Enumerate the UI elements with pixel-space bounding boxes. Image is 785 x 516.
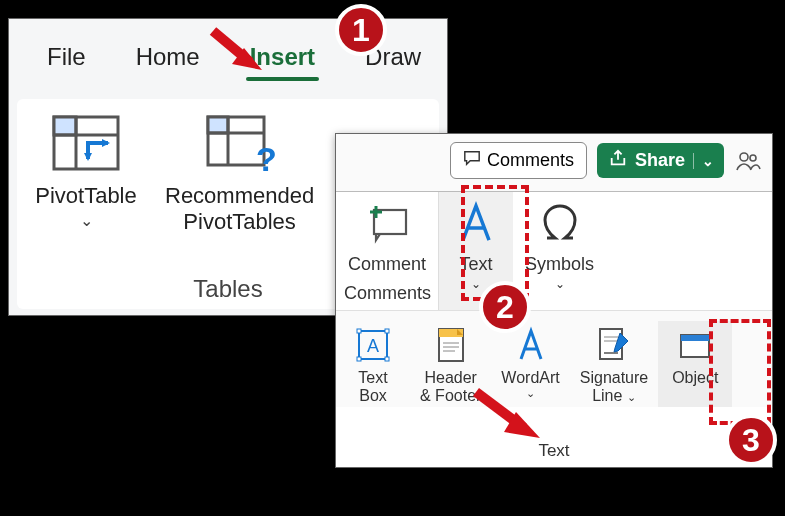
svg-text:A: A [367,336,379,356]
svg-rect-30 [681,335,709,341]
svg-text:?: ? [256,140,276,173]
signature-line-line1: Signature [580,369,649,387]
callout-number-1: 1 [335,4,387,56]
omega-icon [535,198,585,248]
symbols-label: Symbols [525,254,594,275]
svg-point-9 [740,153,748,161]
people-icon[interactable] [734,147,762,175]
svg-rect-1 [54,117,76,135]
recommended-pivot-tables-icon: ? [204,113,276,173]
chevron-down-icon: ⌄ [555,277,565,291]
arrow-2-icon [470,386,550,450]
comments-button[interactable]: Comments [450,142,587,179]
recommended-pivot-tables-button[interactable]: ? Recommended PivotTables [165,113,314,235]
svg-rect-11 [374,210,406,234]
signature-line-icon [594,325,634,365]
wordart-label: WordArt [501,369,559,387]
text-box-icon: A [353,325,393,365]
svg-rect-18 [385,357,389,361]
text-group-row: A Text Box Header & Footer WordArt ⌄ Sig… [336,310,772,407]
text-box-button[interactable]: A Text Box [336,321,410,407]
text-box-line1: Text [358,369,387,387]
tab-home[interactable]: Home [136,43,200,71]
arrow-1-icon [208,26,268,80]
chevron-down-icon: ⌄ [627,391,636,403]
object-icon [675,325,715,365]
share-button-label: Share [635,150,685,171]
svg-rect-15 [357,329,361,333]
share-icon [609,149,627,172]
recommended-pivot-line1: Recommended [165,183,314,209]
speech-bubble-icon [463,149,481,172]
svg-rect-17 [357,357,361,361]
pivot-table-icon [50,113,122,173]
svg-rect-16 [385,329,389,333]
callout-number-3: 3 [725,414,777,466]
tab-file[interactable]: File [47,43,86,71]
object-button[interactable]: Object [658,321,732,407]
chevron-down-icon[interactable]: ⌄ [693,153,714,169]
chevron-down-icon: ⌄ [471,277,481,291]
pivot-table-button[interactable]: PivotTable ⌄ [21,113,151,235]
object-label: Object [672,369,718,387]
svg-rect-5 [208,117,228,133]
comments-group-label: Comments [336,279,438,310]
signature-line-button[interactable]: Signature Line ⌄ [570,321,659,407]
header-footer-icon [431,325,471,365]
share-button[interactable]: Share ⌄ [597,143,724,178]
text-group-label: Text [336,441,772,461]
header-footer-line1: Header [424,369,476,387]
wordart-icon [511,325,551,365]
mid-row: Comment Comments Text ⌄ Symbols ⌄ [336,192,772,310]
signature-line-line2: Line [592,387,622,404]
pivot-table-label: PivotTable [35,183,137,209]
comments-button-label: Comments [487,150,574,171]
new-comment-icon [362,198,412,248]
svg-point-10 [750,155,756,161]
chevron-down-icon: ⌄ [80,211,93,230]
text-a-icon [451,198,501,248]
text-label: Text [460,254,493,275]
text-box-line2: Box [359,387,387,405]
comment-button[interactable]: Comment [336,192,438,279]
callout-number-2: 2 [479,281,531,333]
recommended-pivot-line2: PivotTables [183,209,296,235]
comment-label: Comment [348,254,426,275]
top-right-bar: Comments Share ⌄ [336,134,772,192]
ribbon-panel-right: Comments Share ⌄ Comment Comments [335,133,773,468]
